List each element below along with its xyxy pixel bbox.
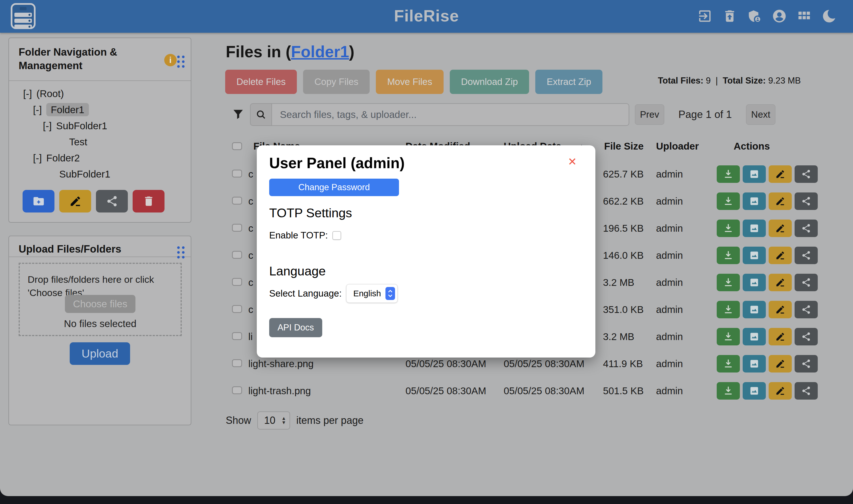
download-zip-button[interactable]: Download Zip [450,70,529,94]
file-toolbar: Delete Files Copy Files Move Files Downl… [225,70,602,94]
row-checkbox[interactable] [232,224,242,232]
rename-file-button[interactable] [769,219,792,237]
rename-file-button[interactable] [769,328,792,345]
tree-toggle[interactable]: [-] [33,104,42,115]
prev-page-button[interactable]: Prev [635,104,664,125]
col-actions: Actions [734,141,770,152]
change-password-button[interactable]: Change Password [269,179,399,196]
items-per-page: Show 10 ▲▼ items per page [226,411,363,430]
tree-label[interactable]: (Root) [36,88,64,99]
share-file-button[interactable] [795,328,818,345]
row-checkbox[interactable] [232,278,242,286]
col-file-size[interactable]: File Size [604,141,643,152]
next-page-button[interactable]: Next [746,104,775,125]
row-checkbox[interactable] [232,359,242,367]
rename-file-button[interactable] [769,165,792,183]
share-file-button[interactable] [795,301,818,318]
row-checkbox[interactable] [232,386,242,394]
per-page-select[interactable]: 10 ▲▼ [257,411,290,430]
download-icon [723,277,733,288]
row-checkbox[interactable] [232,169,242,178]
search-input[interactable] [271,103,629,126]
download-file-button[interactable] [717,328,740,345]
edit-pencil-icon [775,250,785,260]
api-docs-button[interactable]: API Docs [269,318,322,337]
share-file-button[interactable] [795,355,818,373]
share-file-button[interactable] [795,165,818,183]
language-select[interactable]: English [346,284,398,303]
tree-label[interactable]: Folder1 [46,103,89,116]
share-file-button[interactable] [795,382,818,400]
dark-mode-moon-icon[interactable] [821,8,837,24]
delete-files-button[interactable]: Delete Files [225,70,297,94]
download-file-button[interactable] [717,301,740,318]
download-file-button[interactable] [717,274,740,291]
col-uploader[interactable]: Uploader [656,141,699,152]
share-file-button[interactable] [795,193,818,210]
folder-tree-item-folder1[interactable]: [-]Folder1 [9,102,191,118]
close-icon[interactable]: ✕ [568,156,577,168]
download-file-button[interactable] [717,165,740,183]
total-size-value: 9.23 MB [768,76,801,86]
download-file-button[interactable] [717,355,740,373]
rename-file-button[interactable] [769,193,792,210]
move-files-button[interactable]: Move Files [376,70,443,94]
search-icon[interactable] [250,103,271,126]
tree-toggle[interactable]: [-] [23,88,32,99]
file-name: light-share.png [248,358,314,370]
preview-file-button[interactable] [743,301,766,318]
folder-tree-item--root-[interactable]: [-](Root) [9,86,191,102]
user-panel-modal: ✕ User Panel (admin) Change Password TOT… [257,145,595,358]
download-icon [723,196,733,206]
preview-file-button[interactable] [743,355,766,373]
folder-tree-item-subfolder1[interactable]: [-]SubFolder1 [9,118,191,134]
info-icon[interactable]: i [164,54,177,66]
preview-file-button[interactable] [743,382,766,400]
drag-handle-icon[interactable] [177,56,184,68]
download-file-button[interactable] [717,382,740,400]
preview-file-button[interactable] [743,193,766,210]
restore-trash-icon[interactable] [722,8,737,24]
download-file-button[interactable] [717,219,740,237]
admin-shield-icon[interactable] [747,8,762,24]
row-checkbox[interactable] [232,332,242,340]
preview-file-button[interactable] [743,165,766,183]
row-checkbox[interactable] [232,305,242,313]
modal-title: User Panel (admin) [269,155,405,172]
file-size: 196.5 KB [603,223,643,234]
logout-icon[interactable] [697,8,712,24]
rename-file-button[interactable] [769,382,792,400]
enable-totp-checkbox[interactable] [332,231,341,240]
copy-files-button[interactable]: Copy Files [303,70,370,94]
apps-grid-icon[interactable] [797,8,812,24]
tree-label[interactable]: SubFolder1 [56,120,107,131]
download-file-button[interactable] [717,247,740,264]
filter-icon[interactable] [232,108,244,121]
rename-file-button[interactable] [769,355,792,373]
preview-file-button[interactable] [743,219,766,237]
share-file-button[interactable] [795,219,818,237]
row-actions [717,301,818,318]
download-file-button[interactable] [717,193,740,210]
share-file-button[interactable] [795,247,818,264]
row-actions [717,193,818,210]
preview-file-button[interactable] [743,274,766,291]
row-checkbox[interactable] [232,197,242,204]
edit-pencil-icon [775,305,785,314]
share-file-button[interactable] [795,274,818,291]
tree-toggle[interactable]: [-] [43,120,52,131]
select-all-checkbox[interactable] [232,142,242,150]
file-size: 3.2 MB [603,277,634,288]
date-modified: 05/05/25 08:30AM [405,385,486,396]
preview-file-button[interactable] [743,328,766,345]
row-checkbox[interactable] [232,251,242,259]
preview-file-button[interactable] [743,247,766,264]
rename-file-button[interactable] [769,301,792,318]
image-icon [749,386,759,396]
language-heading: Language [269,264,326,278]
extract-zip-button[interactable]: Extract Zip [535,70,602,94]
current-folder-link[interactable]: Folder1 [291,42,349,61]
rename-file-button[interactable] [769,274,792,291]
rename-file-button[interactable] [769,247,792,264]
account-icon[interactable] [772,8,787,24]
